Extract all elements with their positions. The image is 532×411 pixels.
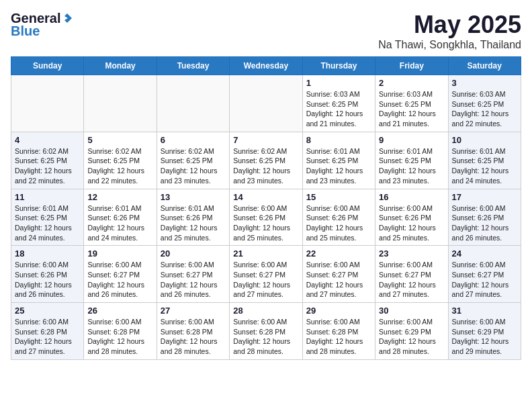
- day-number-8: 8: [306, 135, 371, 145]
- day-number-12: 12: [87, 192, 152, 202]
- calendar-cell-27: 27Sunrise: 6:00 AM Sunset: 6:28 PM Dayli…: [157, 303, 229, 360]
- day-number-13: 13: [161, 192, 226, 202]
- svg-marker-0: [64, 13, 72, 23]
- calendar-cell-28: 28Sunrise: 6:00 AM Sunset: 6:28 PM Dayli…: [230, 303, 302, 360]
- calendar-cell-29: 29Sunrise: 6:00 AM Sunset: 6:28 PM Dayli…: [302, 303, 375, 360]
- week-row-3: 11Sunrise: 6:01 AM Sunset: 6:25 PM Dayli…: [11, 189, 521, 246]
- day-info-7: Sunrise: 6:02 AM Sunset: 6:25 PM Dayligh…: [233, 146, 298, 186]
- header-friday: Friday: [375, 57, 448, 75]
- day-number-2: 2: [379, 78, 444, 88]
- day-info-17: Sunrise: 6:00 AM Sunset: 6:26 PM Dayligh…: [452, 203, 517, 243]
- week-row-1: 1Sunrise: 6:03 AM Sunset: 6:25 PM Daylig…: [11, 75, 521, 132]
- day-info-4: Sunrise: 6:02 AM Sunset: 6:25 PM Dayligh…: [15, 146, 80, 186]
- day-info-16: Sunrise: 6:00 AM Sunset: 6:26 PM Dayligh…: [379, 203, 444, 243]
- day-info-1: Sunrise: 6:03 AM Sunset: 6:25 PM Dayligh…: [306, 89, 371, 129]
- day-info-22: Sunrise: 6:00 AM Sunset: 6:27 PM Dayligh…: [306, 260, 371, 300]
- calendar-subtitle: Na Thawi, Songkhla, Thailand: [378, 39, 521, 51]
- calendar-cell-10: 10Sunrise: 6:01 AM Sunset: 6:25 PM Dayli…: [448, 132, 521, 189]
- calendar-cell-14: 14Sunrise: 6:00 AM Sunset: 6:26 PM Dayli…: [230, 189, 302, 246]
- day-number-9: 9: [379, 135, 444, 145]
- day-info-10: Sunrise: 6:01 AM Sunset: 6:25 PM Dayligh…: [452, 146, 517, 186]
- header-thursday: Thursday: [302, 57, 375, 75]
- calendar-cell-21: 21Sunrise: 6:00 AM Sunset: 6:27 PM Dayli…: [230, 246, 302, 303]
- day-number-18: 18: [15, 248, 80, 259]
- day-info-2: Sunrise: 6:03 AM Sunset: 6:25 PM Dayligh…: [379, 89, 444, 129]
- calendar-cell-26: 26Sunrise: 6:00 AM Sunset: 6:28 PM Dayli…: [84, 303, 157, 360]
- calendar-cell-30: 30Sunrise: 6:00 AM Sunset: 6:29 PM Dayli…: [375, 303, 448, 360]
- day-info-25: Sunrise: 6:00 AM Sunset: 6:28 PM Dayligh…: [15, 317, 80, 357]
- calendar-cell-15: 15Sunrise: 6:00 AM Sunset: 6:26 PM Dayli…: [302, 189, 375, 246]
- day-number-22: 22: [306, 248, 371, 259]
- calendar-cell-8: 8Sunrise: 6:01 AM Sunset: 6:25 PM Daylig…: [302, 132, 375, 189]
- calendar-cell-6: 6Sunrise: 6:02 AM Sunset: 6:25 PM Daylig…: [157, 132, 229, 189]
- day-info-29: Sunrise: 6:00 AM Sunset: 6:28 PM Dayligh…: [306, 317, 371, 357]
- calendar-cell-31: 31Sunrise: 6:00 AM Sunset: 6:29 PM Dayli…: [448, 303, 521, 360]
- day-info-21: Sunrise: 6:00 AM Sunset: 6:27 PM Dayligh…: [233, 260, 298, 300]
- day-number-28: 28: [233, 306, 298, 316]
- day-number-17: 17: [452, 192, 517, 202]
- day-number-14: 14: [233, 192, 298, 202]
- day-info-19: Sunrise: 6:00 AM Sunset: 6:27 PM Dayligh…: [87, 260, 152, 300]
- calendar-header-row: Sunday Monday Tuesday Wednesday Thursday…: [11, 57, 521, 75]
- day-info-11: Sunrise: 6:01 AM Sunset: 6:25 PM Dayligh…: [15, 203, 80, 243]
- page-header: General Blue May 2025 Na Thawi, Songkhla…: [11, 11, 521, 51]
- day-number-21: 21: [233, 248, 298, 259]
- logo-blue-text: Blue: [11, 24, 40, 39]
- day-number-31: 31: [452, 306, 517, 316]
- day-number-4: 4: [15, 135, 80, 145]
- calendar-cell-5: 5Sunrise: 6:02 AM Sunset: 6:25 PM Daylig…: [84, 132, 157, 189]
- day-number-6: 6: [161, 135, 226, 145]
- title-section: May 2025 Na Thawi, Songkhla, Thailand: [378, 11, 521, 51]
- calendar-cell-empty: [157, 75, 229, 132]
- calendar-cell-13: 13Sunrise: 6:01 AM Sunset: 6:26 PM Dayli…: [157, 189, 229, 246]
- calendar-cell-22: 22Sunrise: 6:00 AM Sunset: 6:27 PM Dayli…: [302, 246, 375, 303]
- day-number-24: 24: [452, 248, 517, 259]
- day-number-29: 29: [306, 306, 371, 316]
- calendar-cell-1: 1Sunrise: 6:03 AM Sunset: 6:25 PM Daylig…: [302, 75, 375, 132]
- day-number-10: 10: [452, 135, 517, 145]
- header-monday: Monday: [84, 57, 157, 75]
- day-info-30: Sunrise: 6:00 AM Sunset: 6:29 PM Dayligh…: [379, 317, 444, 357]
- calendar-cell-23: 23Sunrise: 6:00 AM Sunset: 6:27 PM Dayli…: [375, 246, 448, 303]
- header-saturday: Saturday: [448, 57, 521, 75]
- calendar-cell-20: 20Sunrise: 6:00 AM Sunset: 6:27 PM Dayli…: [157, 246, 229, 303]
- week-row-2: 4Sunrise: 6:02 AM Sunset: 6:25 PM Daylig…: [11, 132, 521, 189]
- day-info-13: Sunrise: 6:01 AM Sunset: 6:26 PM Dayligh…: [161, 203, 226, 243]
- day-number-3: 3: [452, 78, 517, 88]
- calendar-cell-empty: [230, 75, 302, 132]
- calendar-cell-11: 11Sunrise: 6:01 AM Sunset: 6:25 PM Dayli…: [11, 189, 84, 246]
- day-number-27: 27: [161, 306, 226, 316]
- calendar-cell-4: 4Sunrise: 6:02 AM Sunset: 6:25 PM Daylig…: [11, 132, 84, 189]
- calendar-title: May 2025: [378, 11, 521, 39]
- day-number-7: 7: [233, 135, 298, 145]
- day-info-24: Sunrise: 6:00 AM Sunset: 6:27 PM Dayligh…: [452, 260, 517, 300]
- calendar-cell-17: 17Sunrise: 6:00 AM Sunset: 6:26 PM Dayli…: [448, 189, 521, 246]
- logo: General Blue: [11, 11, 73, 39]
- calendar-cell-2: 2Sunrise: 6:03 AM Sunset: 6:25 PM Daylig…: [375, 75, 448, 132]
- logo-icon: [61, 12, 73, 24]
- day-number-19: 19: [87, 248, 152, 259]
- day-info-27: Sunrise: 6:00 AM Sunset: 6:28 PM Dayligh…: [161, 317, 226, 357]
- calendar-cell-7: 7Sunrise: 6:02 AM Sunset: 6:25 PM Daylig…: [230, 132, 302, 189]
- calendar-cell-24: 24Sunrise: 6:00 AM Sunset: 6:27 PM Dayli…: [448, 246, 521, 303]
- calendar-cell-16: 16Sunrise: 6:00 AM Sunset: 6:26 PM Dayli…: [375, 189, 448, 246]
- week-row-4: 18Sunrise: 6:00 AM Sunset: 6:26 PM Dayli…: [11, 246, 521, 303]
- calendar-cell-12: 12Sunrise: 6:01 AM Sunset: 6:26 PM Dayli…: [84, 189, 157, 246]
- day-info-20: Sunrise: 6:00 AM Sunset: 6:27 PM Dayligh…: [161, 260, 226, 300]
- header-tuesday: Tuesday: [157, 57, 229, 75]
- calendar-cell-3: 3Sunrise: 6:03 AM Sunset: 6:25 PM Daylig…: [448, 75, 521, 132]
- day-number-30: 30: [379, 306, 444, 316]
- day-info-23: Sunrise: 6:00 AM Sunset: 6:27 PM Dayligh…: [379, 260, 444, 300]
- day-info-6: Sunrise: 6:02 AM Sunset: 6:25 PM Dayligh…: [161, 146, 226, 186]
- day-number-26: 26: [87, 306, 152, 316]
- day-number-11: 11: [15, 192, 80, 202]
- day-info-5: Sunrise: 6:02 AM Sunset: 6:25 PM Dayligh…: [87, 146, 152, 186]
- calendar-cell-25: 25Sunrise: 6:00 AM Sunset: 6:28 PM Dayli…: [11, 303, 84, 360]
- day-number-23: 23: [379, 248, 444, 259]
- day-info-26: Sunrise: 6:00 AM Sunset: 6:28 PM Dayligh…: [87, 317, 152, 357]
- calendar-table: Sunday Monday Tuesday Wednesday Thursday…: [11, 56, 521, 360]
- day-info-9: Sunrise: 6:01 AM Sunset: 6:25 PM Dayligh…: [379, 146, 444, 186]
- calendar-cell-empty: [11, 75, 84, 132]
- day-info-15: Sunrise: 6:00 AM Sunset: 6:26 PM Dayligh…: [306, 203, 371, 243]
- day-info-8: Sunrise: 6:01 AM Sunset: 6:25 PM Dayligh…: [306, 146, 371, 186]
